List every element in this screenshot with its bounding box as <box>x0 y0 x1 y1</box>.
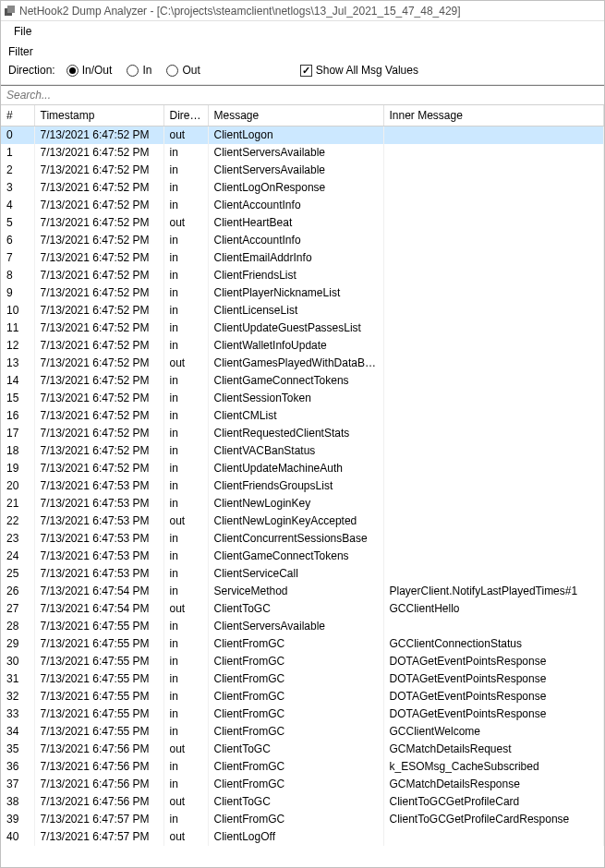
table-row[interactable]: 67/13/2021 6:47:52 PMinClientAccountInfo <box>1 232 604 249</box>
table-row[interactable]: 317/13/2021 6:47:55 PMinClientFromGCDOTA… <box>1 670 604 688</box>
table-row[interactable]: 327/13/2021 6:47:55 PMinClientFromGCDOTA… <box>1 688 604 705</box>
cell-num: 26 <box>1 583 34 600</box>
cell-direction: out <box>163 512 208 530</box>
col-header-timestamp[interactable]: Timestamp <box>34 105 163 127</box>
cell-direction: out <box>163 355 208 372</box>
table-row[interactable]: 177/13/2021 6:47:52 PMinClientRequestedC… <box>1 425 604 442</box>
cell-num: 38 <box>1 793 34 811</box>
cell-inner <box>383 197 604 214</box>
cell-timestamp: 7/13/2021 6:47:52 PM <box>34 232 163 249</box>
cell-timestamp: 7/13/2021 6:47:52 PM <box>34 460 163 477</box>
table-row[interactable]: 27/13/2021 6:47:52 PMinClientServersAvai… <box>1 162 604 179</box>
table-row[interactable]: 227/13/2021 6:47:53 PMoutClientNewLoginK… <box>1 512 604 530</box>
cell-inner <box>383 355 604 372</box>
table-row[interactable]: 57/13/2021 6:47:52 PMoutClientHeartBeat <box>1 214 604 232</box>
cell-message: ClientFromGC <box>208 670 383 688</box>
cell-num: 9 <box>1 284 34 302</box>
table-row[interactable]: 347/13/2021 6:47:55 PMinClientFromGCGCCl… <box>1 723 604 741</box>
cell-direction: in <box>163 565 208 583</box>
cell-timestamp: 7/13/2021 6:47:52 PM <box>34 355 163 372</box>
cell-message: ClientFriendsList <box>208 267 383 284</box>
cell-timestamp: 7/13/2021 6:47:56 PM <box>34 741 163 758</box>
radio-in[interactable]: In <box>127 64 151 77</box>
table-row[interactable]: 307/13/2021 6:47:55 PMinClientFromGCDOTA… <box>1 653 604 670</box>
cell-inner <box>383 267 604 284</box>
table-row[interactable]: 257/13/2021 6:47:53 PMinClientServiceCal… <box>1 565 604 583</box>
search-input[interactable] <box>1 85 604 105</box>
table-row[interactable]: 287/13/2021 6:47:55 PMinClientServersAva… <box>1 618 604 635</box>
radio-inout[interactable]: In/Out <box>67 64 113 77</box>
cell-num: 2 <box>1 162 34 179</box>
cell-message: ClientUpdateMachineAuth <box>208 460 383 477</box>
table-row[interactable]: 07/13/2021 6:47:52 PMoutClientLogon <box>1 127 604 144</box>
cell-inner <box>383 512 604 530</box>
table-row[interactable]: 107/13/2021 6:47:52 PMinClientLicenseLis… <box>1 302 604 319</box>
svg-rect-1 <box>7 6 15 13</box>
col-header-inner[interactable]: Inner Message <box>383 105 604 127</box>
table-row[interactable]: 367/13/2021 6:47:56 PMinClientFromGCk_ES… <box>1 758 604 776</box>
table-row[interactable]: 247/13/2021 6:47:53 PMinClientGameConnec… <box>1 548 604 565</box>
table-row[interactable]: 277/13/2021 6:47:54 PMoutClientToGCGCCli… <box>1 600 604 618</box>
cell-timestamp: 7/13/2021 6:47:57 PM <box>34 811 163 828</box>
table-row[interactable]: 187/13/2021 6:47:52 PMinClientVACBanStat… <box>1 442 604 460</box>
cell-inner <box>383 232 604 249</box>
cell-inner <box>383 302 604 319</box>
cell-direction: in <box>163 635 208 653</box>
table-row[interactable]: 157/13/2021 6:47:52 PMinClientSessionTok… <box>1 390 604 407</box>
table-row[interactable]: 167/13/2021 6:47:52 PMinClientCMList <box>1 407 604 425</box>
col-header-message[interactable]: Message <box>208 105 383 127</box>
filter-section: Filter Direction: In/Out In Out Show All… <box>1 42 604 85</box>
cell-message: ClientUpdateGuestPassesList <box>208 319 383 337</box>
table-row[interactable]: 237/13/2021 6:47:53 PMinClientConcurrent… <box>1 530 604 548</box>
cell-message: ClientCMList <box>208 407 383 425</box>
table-row[interactable]: 407/13/2021 6:47:57 PMoutClientLogOff <box>1 828 604 846</box>
radio-out[interactable]: Out <box>166 64 200 77</box>
table-row[interactable]: 87/13/2021 6:47:52 PMinClientFriendsList <box>1 267 604 284</box>
table-row[interactable]: 127/13/2021 6:47:52 PMinClientWalletInfo… <box>1 337 604 355</box>
cell-num: 31 <box>1 670 34 688</box>
table-row[interactable]: 337/13/2021 6:47:55 PMinClientFromGCDOTA… <box>1 705 604 723</box>
table-row[interactable]: 37/13/2021 6:47:52 PMinClientLogOnRespon… <box>1 179 604 197</box>
table-row[interactable]: 267/13/2021 6:47:54 PMinServiceMethodPla… <box>1 583 604 600</box>
message-table-wrap[interactable]: # Timestamp Direct... Message Inner Mess… <box>1 105 604 862</box>
cell-message: ClientPlayerNicknameList <box>208 284 383 302</box>
cell-direction: in <box>163 162 208 179</box>
cell-message: ClientFromGC <box>208 705 383 723</box>
cell-message: ClientRequestedClientStats <box>208 425 383 442</box>
cell-direction: in <box>163 144 208 162</box>
cell-timestamp: 7/13/2021 6:47:56 PM <box>34 758 163 776</box>
cell-timestamp: 7/13/2021 6:47:52 PM <box>34 144 163 162</box>
cell-inner: DOTAGetEventPointsResponse <box>383 670 604 688</box>
menu-file[interactable]: File <box>8 23 37 40</box>
show-all-checkbox[interactable]: Show All Msg Values <box>300 64 418 77</box>
cell-timestamp: 7/13/2021 6:47:52 PM <box>34 425 163 442</box>
cell-inner: PlayerClient.NotifyLastPlayedTimes#1 <box>383 583 604 600</box>
table-row[interactable]: 147/13/2021 6:47:52 PMinClientGameConnec… <box>1 372 604 390</box>
table-row[interactable]: 197/13/2021 6:47:52 PMinClientUpdateMach… <box>1 460 604 477</box>
table-row[interactable]: 387/13/2021 6:47:56 PMoutClientToGCClien… <box>1 793 604 811</box>
radio-dot-icon <box>67 65 79 77</box>
col-header-direction[interactable]: Direct... <box>163 105 208 127</box>
table-row[interactable]: 377/13/2021 6:47:56 PMinClientFromGCGCMa… <box>1 776 604 793</box>
cell-timestamp: 7/13/2021 6:47:54 PM <box>34 583 163 600</box>
table-row[interactable]: 207/13/2021 6:47:53 PMinClientFriendsGro… <box>1 477 604 495</box>
table-row[interactable]: 397/13/2021 6:47:57 PMinClientFromGCClie… <box>1 811 604 828</box>
table-row[interactable]: 217/13/2021 6:47:53 PMinClientNewLoginKe… <box>1 495 604 512</box>
table-row[interactable]: 137/13/2021 6:47:52 PMoutClientGamesPlay… <box>1 355 604 372</box>
table-row[interactable]: 77/13/2021 6:47:52 PMinClientEmailAddrIn… <box>1 249 604 267</box>
col-header-num[interactable]: # <box>1 105 34 127</box>
table-row[interactable]: 117/13/2021 6:47:52 PMinClientUpdateGues… <box>1 319 604 337</box>
cell-num: 35 <box>1 741 34 758</box>
cell-num: 16 <box>1 407 34 425</box>
cell-message: ClientLicenseList <box>208 302 383 319</box>
cell-inner <box>383 407 604 425</box>
cell-timestamp: 7/13/2021 6:47:56 PM <box>34 776 163 793</box>
cell-inner <box>383 127 604 144</box>
table-row[interactable]: 97/13/2021 6:47:52 PMinClientPlayerNickn… <box>1 284 604 302</box>
table-row[interactable]: 357/13/2021 6:47:56 PMoutClientToGCGCMat… <box>1 741 604 758</box>
table-row[interactable]: 47/13/2021 6:47:52 PMinClientAccountInfo <box>1 197 604 214</box>
table-row[interactable]: 297/13/2021 6:47:55 PMinClientFromGCGCCl… <box>1 635 604 653</box>
cell-num: 30 <box>1 653 34 670</box>
table-row[interactable]: 17/13/2021 6:47:52 PMinClientServersAvai… <box>1 144 604 162</box>
cell-direction: in <box>163 249 208 267</box>
